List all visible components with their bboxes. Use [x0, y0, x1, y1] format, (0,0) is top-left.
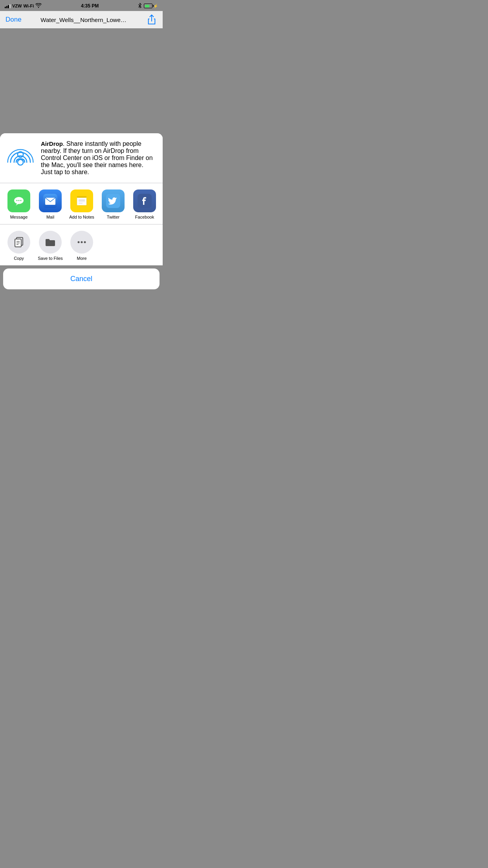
- facebook-icon: [133, 189, 156, 212]
- airdrop-title: AirDrop: [41, 140, 63, 147]
- message-label: Message: [10, 215, 28, 219]
- mail-icon: [39, 189, 62, 212]
- share-button[interactable]: [146, 14, 157, 25]
- bluetooth-icon: [138, 3, 142, 9]
- battery-fill: [145, 5, 150, 7]
- action-copy[interactable]: Copy: [3, 231, 35, 261]
- actions-row: Copy Save to Files: [0, 224, 163, 265]
- svg-rect-11: [77, 197, 86, 205]
- copy-label: Copy: [14, 256, 24, 261]
- apps-row: Message: [0, 183, 163, 224]
- svg-point-5: [17, 200, 18, 201]
- carrier-label: VZW: [12, 4, 22, 8]
- signal-bar-3: [8, 5, 9, 8]
- save-to-files-label: Save to Files: [38, 256, 63, 261]
- signal-bar-4: [9, 4, 11, 8]
- more-label: More: [77, 256, 86, 261]
- svg-point-7: [20, 200, 22, 201]
- airdrop-description: AirDrop. Share instantly with people nea…: [41, 140, 156, 176]
- status-right: ⚡: [138, 3, 158, 9]
- facebook-label: Facebook: [135, 215, 154, 219]
- share-sheet: AirDrop. Share instantly with people nea…: [0, 133, 163, 265]
- charging-icon: ⚡: [153, 4, 158, 8]
- svg-point-6: [18, 200, 20, 201]
- notes-icon: [70, 189, 93, 212]
- save-to-files-icon: [39, 231, 62, 254]
- message-icon: [7, 189, 30, 212]
- app-twitter[interactable]: Twitter: [97, 189, 129, 219]
- twitter-label: Twitter: [107, 215, 119, 219]
- signal-bars: [5, 4, 11, 8]
- nav-bar: Done Water_Wells__Northern_Lower_Peni...: [0, 11, 163, 28]
- notes-label: Add to Notes: [69, 215, 94, 219]
- signal-bar-2: [6, 6, 7, 8]
- action-save-to-files[interactable]: Save to Files: [35, 231, 66, 261]
- airdrop-section: AirDrop. Share instantly with people nea…: [0, 133, 163, 183]
- svg-point-25: [84, 241, 86, 243]
- app-facebook[interactable]: Facebook: [129, 189, 160, 219]
- airdrop-icon: [6, 144, 35, 172]
- svg-point-23: [78, 241, 80, 243]
- signal-bar-1: [5, 7, 6, 8]
- svg-point-0: [18, 160, 23, 165]
- app-mail[interactable]: Mail: [35, 189, 66, 219]
- svg-point-24: [81, 241, 83, 243]
- done-button[interactable]: Done: [6, 16, 22, 24]
- app-notes[interactable]: Add to Notes: [66, 189, 97, 219]
- status-time: 4:35 PM: [81, 3, 99, 9]
- copy-icon: [7, 231, 30, 254]
- more-icon: [70, 231, 93, 254]
- cancel-button[interactable]: Cancel: [3, 268, 160, 289]
- share-overlay: AirDrop. Share instantly with people nea…: [0, 133, 163, 289]
- mail-label: Mail: [46, 215, 54, 219]
- battery-icon: [144, 4, 152, 8]
- page-title: Water_Wells__Northern_Lower_Peni...: [40, 17, 127, 23]
- wifi-label: Wi-Fi: [23, 4, 34, 8]
- twitter-icon: [102, 189, 125, 212]
- status-left: VZW Wi-Fi: [5, 3, 42, 9]
- status-bar: VZW Wi-Fi 4:35 PM ⚡: [0, 0, 163, 11]
- action-more[interactable]: More: [66, 231, 97, 261]
- battery-indicator: ⚡: [144, 4, 158, 8]
- app-message[interactable]: Message: [3, 189, 35, 219]
- wifi-icon: [35, 3, 42, 9]
